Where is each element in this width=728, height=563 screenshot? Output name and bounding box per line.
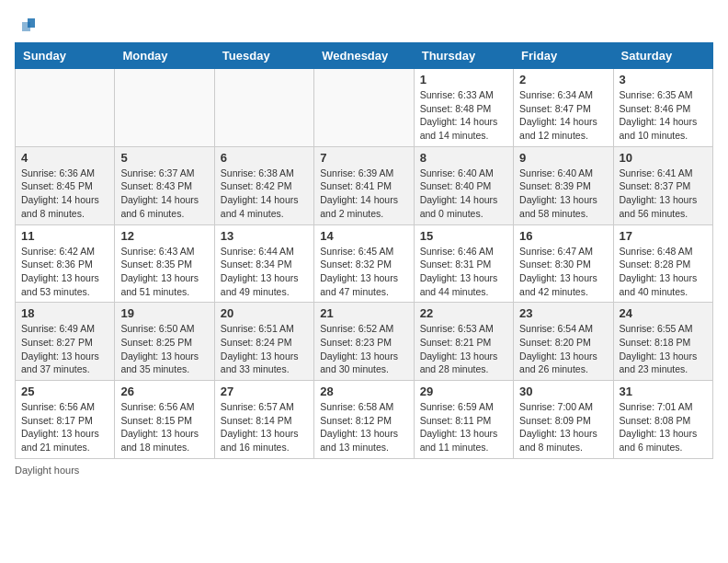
day-number: 28 (320, 385, 407, 398)
calendar-cell: 10Sunrise: 6:41 AM Sunset: 8:37 PM Dayli… (613, 146, 712, 224)
day-number: 22 (420, 306, 507, 320)
day-number: 3 (620, 73, 707, 86)
day-number: 5 (120, 151, 208, 165)
calendar-cell: 25Sunrise: 6:56 AM Sunset: 8:17 PM Dayli… (16, 381, 115, 459)
day-number: 16 (519, 229, 607, 243)
day-number: 21 (320, 306, 407, 320)
calendar-cell: 2Sunrise: 6:34 AM Sunset: 8:47 PM Daylig… (514, 69, 613, 147)
calendar-cell: 31Sunrise: 7:01 AM Sunset: 8:08 PM Dayli… (613, 381, 712, 459)
day-number: 8 (420, 151, 507, 165)
day-info: Sunrise: 6:56 AM Sunset: 8:15 PM Dayligh… (120, 400, 208, 454)
calendar-cell: 17Sunrise: 6:48 AM Sunset: 8:28 PM Dayli… (613, 224, 712, 303)
day-number: 26 (120, 385, 208, 398)
day-info: Sunrise: 6:54 AM Sunset: 8:20 PM Dayligh… (519, 322, 607, 376)
calendar-cell: 12Sunrise: 6:43 AM Sunset: 8:35 PM Dayli… (115, 224, 214, 303)
calendar-cell: 3Sunrise: 6:35 AM Sunset: 8:46 PM Daylig… (613, 69, 712, 147)
day-number: 19 (120, 306, 208, 320)
day-info: Sunrise: 6:56 AM Sunset: 8:17 PM Dayligh… (21, 400, 108, 454)
calendar-cell: 13Sunrise: 6:44 AM Sunset: 8:34 PM Dayli… (214, 224, 313, 303)
day-info: Sunrise: 6:40 AM Sunset: 8:39 PM Dayligh… (519, 167, 607, 221)
day-info: Sunrise: 6:40 AM Sunset: 8:40 PM Dayligh… (420, 167, 507, 221)
day-number: 9 (519, 151, 607, 165)
calendar-cell: 24Sunrise: 6:55 AM Sunset: 8:18 PM Dayli… (613, 303, 712, 381)
calendar-cell: 23Sunrise: 6:54 AM Sunset: 8:20 PM Dayli… (514, 303, 613, 381)
day-number: 27 (221, 385, 308, 398)
day-info: Sunrise: 6:51 AM Sunset: 8:24 PM Dayligh… (221, 322, 308, 376)
day-info: Sunrise: 6:48 AM Sunset: 8:28 PM Dayligh… (620, 245, 707, 299)
page-header (15, 15, 713, 35)
day-number: 25 (21, 385, 108, 398)
calendar-cell: 5Sunrise: 6:37 AM Sunset: 8:43 PM Daylig… (115, 146, 214, 224)
day-info: Sunrise: 6:34 AM Sunset: 8:47 PM Dayligh… (519, 88, 607, 143)
day-info: Sunrise: 6:45 AM Sunset: 8:32 PM Dayligh… (320, 245, 407, 299)
calendar-cell: 30Sunrise: 7:00 AM Sunset: 8:09 PM Dayli… (514, 381, 613, 459)
calendar-cell: 11Sunrise: 6:42 AM Sunset: 8:36 PM Dayli… (16, 224, 115, 303)
day-info: Sunrise: 6:57 AM Sunset: 8:14 PM Dayligh… (221, 400, 308, 454)
calendar-cell: 1Sunrise: 6:33 AM Sunset: 8:48 PM Daylig… (414, 69, 513, 147)
calendar-cell: 29Sunrise: 6:59 AM Sunset: 8:11 PM Dayli… (414, 381, 513, 459)
day-number: 14 (320, 229, 407, 243)
day-info: Sunrise: 6:39 AM Sunset: 8:41 PM Dayligh… (320, 167, 407, 221)
calendar-cell (16, 69, 115, 147)
calendar-cell: 20Sunrise: 6:51 AM Sunset: 8:24 PM Dayli… (214, 303, 313, 381)
day-info: Sunrise: 6:50 AM Sunset: 8:25 PM Dayligh… (120, 322, 208, 376)
calendar-cell: 26Sunrise: 6:56 AM Sunset: 8:15 PM Dayli… (115, 381, 214, 459)
svg-marker-1 (22, 22, 30, 31)
day-number: 20 (221, 306, 308, 320)
day-info: Sunrise: 6:49 AM Sunset: 8:27 PM Dayligh… (21, 322, 108, 376)
calendar-header-row: SundayMondayTuesdayWednesdayThursdayFrid… (16, 43, 713, 69)
logo-icon (18, 15, 39, 35)
day-info: Sunrise: 6:53 AM Sunset: 8:21 PM Dayligh… (420, 322, 507, 376)
logo (15, 15, 39, 35)
day-info: Sunrise: 6:43 AM Sunset: 8:35 PM Dayligh… (120, 245, 208, 299)
day-number: 30 (519, 385, 607, 398)
day-number: 31 (620, 385, 707, 398)
calendar-cell: 21Sunrise: 6:52 AM Sunset: 8:23 PM Dayli… (314, 303, 414, 381)
calendar-cell: 19Sunrise: 6:50 AM Sunset: 8:25 PM Dayli… (115, 303, 214, 381)
calendar-cell: 6Sunrise: 6:38 AM Sunset: 8:42 PM Daylig… (214, 146, 313, 224)
calendar-cell: 9Sunrise: 6:40 AM Sunset: 8:39 PM Daylig… (514, 146, 613, 224)
day-info: Sunrise: 6:52 AM Sunset: 8:23 PM Dayligh… (320, 322, 407, 376)
day-number: 10 (620, 151, 707, 165)
calendar-day-header: Monday (115, 43, 214, 69)
calendar-cell (214, 69, 313, 147)
calendar-cell (314, 69, 414, 147)
day-number: 17 (620, 229, 707, 243)
calendar-table: SundayMondayTuesdayWednesdayThursdayFrid… (15, 42, 713, 459)
calendar-cell: 4Sunrise: 6:36 AM Sunset: 8:45 PM Daylig… (16, 146, 115, 224)
calendar-week-row: 25Sunrise: 6:56 AM Sunset: 8:17 PM Dayli… (16, 381, 713, 459)
calendar-day-header: Wednesday (314, 43, 414, 69)
calendar-week-row: 11Sunrise: 6:42 AM Sunset: 8:36 PM Dayli… (16, 224, 713, 303)
calendar-cell: 16Sunrise: 6:47 AM Sunset: 8:30 PM Dayli… (514, 224, 613, 303)
day-number: 6 (221, 151, 308, 165)
calendar-cell: 27Sunrise: 6:57 AM Sunset: 8:14 PM Dayli… (214, 381, 313, 459)
calendar-week-row: 1Sunrise: 6:33 AM Sunset: 8:48 PM Daylig… (16, 69, 713, 147)
day-number: 11 (21, 229, 108, 243)
day-number: 12 (120, 229, 208, 243)
day-info: Sunrise: 7:00 AM Sunset: 8:09 PM Dayligh… (519, 400, 607, 454)
day-info: Sunrise: 6:44 AM Sunset: 8:34 PM Dayligh… (221, 245, 308, 299)
day-number: 29 (420, 385, 507, 398)
day-number: 13 (221, 229, 308, 243)
calendar-day-header: Tuesday (214, 43, 313, 69)
day-info: Sunrise: 6:47 AM Sunset: 8:30 PM Dayligh… (519, 245, 607, 299)
day-number: 7 (320, 151, 407, 165)
calendar-cell: 18Sunrise: 6:49 AM Sunset: 8:27 PM Dayli… (16, 303, 115, 381)
calendar-day-header: Sunday (16, 43, 115, 69)
day-info: Sunrise: 6:55 AM Sunset: 8:18 PM Dayligh… (620, 322, 707, 376)
calendar-day-header: Friday (514, 43, 613, 69)
day-info: Sunrise: 6:33 AM Sunset: 8:48 PM Dayligh… (420, 88, 507, 143)
calendar-cell: 15Sunrise: 6:46 AM Sunset: 8:31 PM Dayli… (414, 224, 513, 303)
day-info: Sunrise: 6:41 AM Sunset: 8:37 PM Dayligh… (620, 167, 707, 221)
day-info: Sunrise: 6:35 AM Sunset: 8:46 PM Dayligh… (620, 88, 707, 143)
calendar-cell: 14Sunrise: 6:45 AM Sunset: 8:32 PM Dayli… (314, 224, 414, 303)
calendar-week-row: 4Sunrise: 6:36 AM Sunset: 8:45 PM Daylig… (16, 146, 713, 224)
calendar-cell (115, 69, 214, 147)
calendar-cell: 28Sunrise: 6:58 AM Sunset: 8:12 PM Dayli… (314, 381, 414, 459)
day-info: Sunrise: 6:38 AM Sunset: 8:42 PM Dayligh… (221, 167, 308, 221)
day-info: Sunrise: 7:01 AM Sunset: 8:08 PM Dayligh… (620, 400, 707, 454)
day-info: Sunrise: 6:59 AM Sunset: 8:11 PM Dayligh… (420, 400, 507, 454)
day-number: 23 (519, 306, 607, 320)
calendar-week-row: 18Sunrise: 6:49 AM Sunset: 8:27 PM Dayli… (16, 303, 713, 381)
calendar-cell: 8Sunrise: 6:40 AM Sunset: 8:40 PM Daylig… (414, 146, 513, 224)
